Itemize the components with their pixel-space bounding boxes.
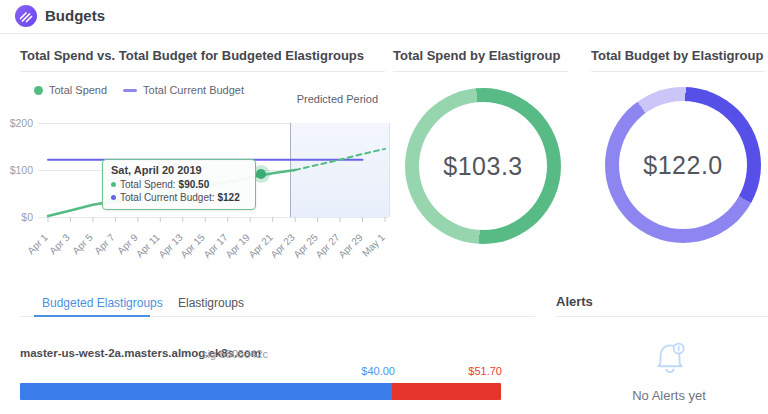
bell-icon [650,337,690,381]
bar-segment [392,383,501,400]
tab-budgeted-elastigroups[interactable]: Budgeted Elastigroups [42,296,163,310]
x-axis-label: Apr 19 [213,232,252,271]
spend-bullet-icon [111,182,116,187]
chart-tooltip: Sat, April 20 2019 Total Spend: $90.50 T… [102,159,256,210]
y-axis-label: $100 [0,164,33,176]
tooltip-spend-row: Total Spend: $90.50 [111,178,247,191]
legend-label: Total Spend [49,84,107,96]
spend-donut-section-title: Total Spend by Elastigroup [393,48,560,63]
chart-legend: Total Spend Total Current Budget [34,84,244,96]
x-axis-label: Apr 23 [258,232,297,271]
x-axis-label: Apr 15 [168,232,207,271]
app-header: Budgets [0,0,768,34]
tab-elastigroups[interactable]: Elastigroups [178,296,244,310]
legend-item-total-spend[interactable]: Total Spend [34,84,107,96]
divider [556,316,768,317]
gridline [38,123,388,124]
total-budget-donut-chart[interactable]: $122.0 [605,87,761,243]
budget-amount-label: $40.00 [325,365,395,377]
legend-item-total-current-budget[interactable]: Total Current Budget [123,84,244,96]
elastigroup-sig-id: sig-5505342c [202,348,268,360]
predicted-period-region [290,123,390,217]
y-axis-label: $200 [0,117,33,129]
total-budget-swatch-icon [123,89,137,92]
x-axis-label: Apr 27 [303,232,342,271]
legend-label: Total Current Budget [143,84,244,96]
gridline [38,217,388,218]
y-axis-label: $0 [0,211,33,223]
x-axis-label: Apr 3 [33,232,72,271]
budget-donut-section-title: Total Budget by Elastigroup [591,48,763,63]
active-tab-underline [34,315,150,317]
x-axis-label: Apr 9 [101,232,140,271]
budget-usage-bar[interactable] [20,383,501,400]
budget-bullet-icon [111,195,116,200]
total-spend-value: $103.3 [405,88,561,244]
no-alerts-text: No Alerts yet [594,388,744,403]
spend-amount-label: $51.70 [432,365,502,377]
x-axis-label: Apr 7 [78,232,117,271]
x-axis-label: May 1 [348,232,387,271]
total-budget-value: $122.0 [605,87,761,243]
tooltip-date: Sat, April 20 2019 [111,164,247,176]
x-axis-label: Apr 13 [146,232,185,271]
x-axis-label: Apr 25 [281,232,320,271]
total-spend-donut-chart[interactable]: $103.3 [405,88,561,244]
x-axis-label: Apr 1 [11,232,50,271]
divider [591,71,765,72]
total-spend-swatch-icon [34,86,43,95]
divider [393,71,568,72]
spotinst-logo-icon[interactable] [15,5,37,27]
predicted-period-label: Predicted Period [276,93,378,105]
x-axis-label: Apr 17 [191,232,230,271]
divider [20,71,385,72]
x-axis-label: Apr 21 [236,232,275,271]
budgets-dashboard: Budgets Total Spend vs. Total Budget for… [0,0,768,414]
alerts-section-title: Alerts [556,294,593,309]
x-axis-label: Apr 29 [326,232,365,271]
bar-segment [20,383,392,400]
x-axis-label: Apr 11 [123,232,162,271]
line-chart-section-title: Total Spend vs. Total Budget for Budgete… [20,48,364,63]
page-title: Budgets [45,7,105,24]
x-axis-label: Apr 5 [56,232,95,271]
tooltip-budget-row: Total Current Budget: $122 [111,191,247,204]
